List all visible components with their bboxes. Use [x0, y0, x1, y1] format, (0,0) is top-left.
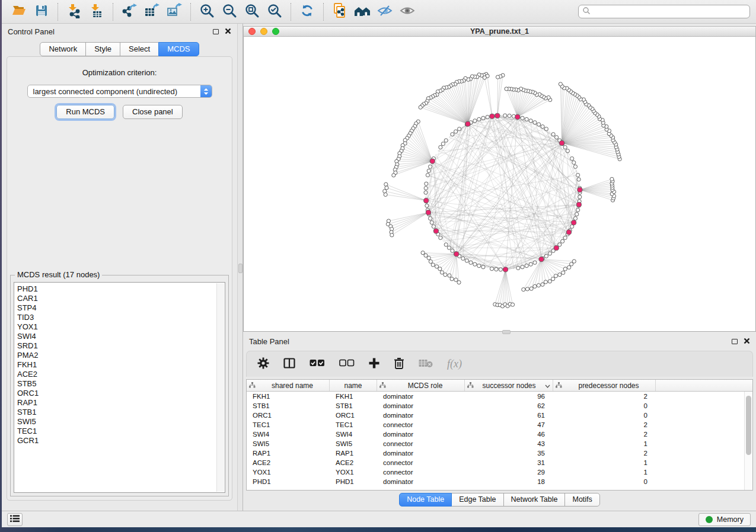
table-row[interactable]: ACE2ACE2connector311: [247, 458, 752, 467]
graph-leaf-node[interactable]: [424, 254, 428, 257]
graph-node[interactable]: [427, 169, 430, 172]
graph-leaf-node[interactable]: [529, 287, 533, 290]
graph-node[interactable]: [525, 264, 528, 268]
graph-hub-node[interactable]: [515, 114, 520, 119]
zoom-out-button[interactable]: [220, 2, 239, 21]
mcds-result-item[interactable]: TEC1: [17, 427, 225, 436]
graph-hub-node[interactable]: [554, 245, 559, 250]
delete-columns-button[interactable]: [394, 357, 404, 371]
graph-node[interactable]: [570, 157, 574, 161]
table-tab-network-table[interactable]: Network Table: [503, 493, 566, 507]
graph-node[interactable]: [548, 252, 551, 255]
graph-node[interactable]: [558, 243, 562, 246]
close-panel-button[interactable]: Close panel: [123, 105, 183, 119]
graph-leaf-node[interactable]: [435, 265, 438, 268]
float-table-panel-icon[interactable]: [732, 339, 738, 344]
graph-node[interactable]: [537, 123, 541, 126]
graph-node[interactable]: [465, 259, 468, 262]
graph-node[interactable]: [577, 178, 580, 181]
graph-leaf-node[interactable]: [522, 288, 525, 291]
close-table-panel-icon[interactable]: [744, 337, 750, 346]
graph-leaf-node[interactable]: [440, 271, 444, 274]
zoom-fit-button[interactable]: [243, 2, 261, 21]
graph-hub-node[interactable]: [424, 198, 429, 203]
show-all-button[interactable]: [398, 2, 417, 21]
graph-leaf-node[interactable]: [496, 75, 499, 79]
graph-leaf-node[interactable]: [511, 303, 514, 306]
graph-leaf-node[interactable]: [558, 273, 562, 277]
mcds-result-item[interactable]: SRD1: [17, 341, 225, 351]
graph-node[interactable]: [451, 133, 454, 136]
graph-node[interactable]: [461, 257, 465, 260]
export-network-button[interactable]: [120, 2, 139, 21]
mcds-result-item[interactable]: TID3: [17, 313, 225, 322]
apply-layout-button[interactable]: [298, 2, 317, 21]
graph-node[interactable]: [573, 217, 577, 220]
graph-leaf-node[interactable]: [562, 271, 565, 274]
graph-node[interactable]: [541, 125, 544, 129]
graph-hub-node[interactable]: [430, 159, 435, 164]
graph-leaf-node[interactable]: [525, 287, 529, 291]
column-header-predecessor-nodes[interactable]: predecessor nodes: [553, 380, 656, 391]
horizontal-splitter-handle[interactable]: [502, 330, 511, 334]
graph-leaf-node[interactable]: [567, 265, 571, 269]
table-tab-motifs[interactable]: Motifs: [564, 493, 599, 507]
mcds-result-list[interactable]: PHD1CAR1STP4TID3YOX1SWI4SRD1PMA2FKH1ACE2…: [14, 282, 225, 493]
graph-node[interactable]: [529, 119, 532, 123]
graph-node[interactable]: [425, 182, 428, 185]
graph-leaf-node[interactable]: [533, 284, 537, 288]
graph-leaf-node[interactable]: [421, 251, 425, 255]
close-panel-icon[interactable]: [225, 27, 231, 36]
graph-node[interactable]: [451, 249, 454, 252]
graph-leaf-node[interactable]: [450, 277, 454, 281]
network-canvas[interactable]: [243, 37, 756, 332]
graph-node[interactable]: [444, 243, 448, 246]
graph-leaf-node[interactable]: [572, 259, 576, 263]
column-header-MCDS-role[interactable]: MCDS role: [377, 380, 465, 391]
graph-node[interactable]: [521, 265, 524, 269]
save-session-button[interactable]: [32, 2, 51, 21]
graph-node[interactable]: [447, 246, 451, 249]
mcds-result-item[interactable]: STB5: [17, 379, 225, 389]
graph-leaf-node[interactable]: [563, 267, 567, 271]
graph-hub-node[interactable]: [576, 202, 581, 207]
graph-node[interactable]: [533, 261, 537, 264]
graph-node[interactable]: [544, 127, 548, 131]
table-row[interactable]: SWI4SWI4dominator462: [247, 430, 752, 439]
graph-node[interactable]: [439, 145, 442, 149]
vertical-splitter[interactable]: [237, 24, 243, 511]
graph-node[interactable]: [555, 136, 559, 139]
table-row[interactable]: FKH1FKH1dominator962: [247, 392, 752, 401]
graph-leaf-node[interactable]: [427, 256, 430, 259]
graph-leaf-node[interactable]: [505, 87, 508, 91]
table-scrollbar-thumb[interactable]: [746, 396, 751, 455]
graph-node[interactable]: [575, 213, 579, 216]
mcds-result-item[interactable]: FKH1: [17, 360, 225, 370]
graph-leaf-node[interactable]: [390, 233, 394, 237]
graph-hub-node[interactable]: [495, 113, 500, 118]
table-settings-button[interactable]: [257, 357, 269, 371]
graph-node[interactable]: [516, 266, 520, 270]
table-scrollbar[interactable]: [744, 392, 752, 490]
split-panel-button[interactable]: [283, 357, 295, 371]
table-row[interactable]: ORC1ORC1dominator610: [247, 411, 752, 420]
graph-leaf-node[interactable]: [454, 278, 458, 281]
graph-leaf-node[interactable]: [429, 259, 432, 263]
graph-node[interactable]: [424, 186, 428, 190]
tab-network[interactable]: Network: [40, 42, 86, 56]
splitter-handle[interactable]: [238, 264, 243, 273]
first-neighbors-button[interactable]: [353, 2, 372, 21]
search-input[interactable]: [591, 8, 746, 16]
graph-node[interactable]: [486, 115, 489, 118]
graph-leaf-node[interactable]: [537, 284, 540, 287]
graph-hub-node[interactable]: [465, 121, 470, 126]
table-row[interactable]: RAP1RAP1dominator352: [247, 448, 752, 458]
graph-node[interactable]: [561, 239, 564, 243]
graph-hub-node[interactable]: [490, 114, 495, 118]
graph-node[interactable]: [481, 116, 485, 120]
mcds-result-item[interactable]: YOX1: [17, 322, 225, 332]
zoom-selected-button[interactable]: [265, 2, 284, 21]
graph-node[interactable]: [566, 149, 569, 153]
graph-node[interactable]: [521, 116, 524, 120]
graph-leaf-node[interactable]: [384, 193, 387, 196]
